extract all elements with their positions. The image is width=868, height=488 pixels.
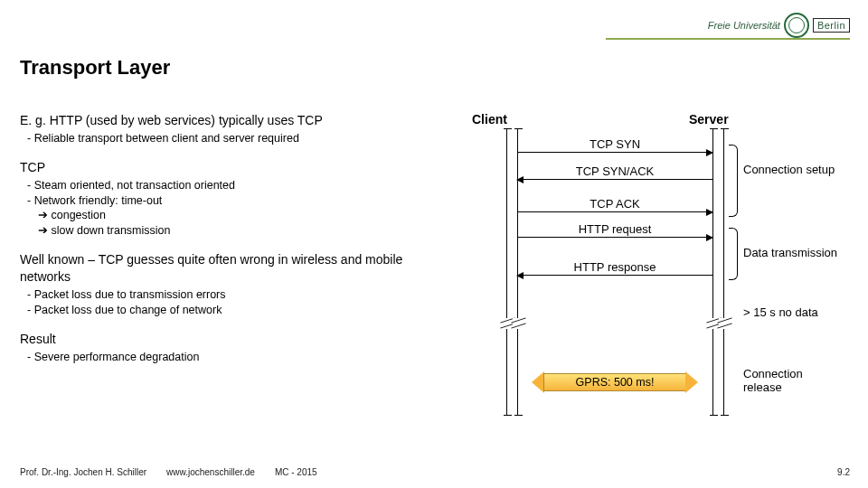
- gprs-latency-arrow: GPRS: 500 ms!: [532, 371, 698, 393]
- msg-label: HTTP response: [552, 260, 678, 274]
- section-tcp: TCP - Steam oriented, not transaction or…: [20, 159, 454, 239]
- slide-title: Transport Layer: [20, 56, 170, 80]
- slide-footer: Prof. Dr.-Ing. Jochen H. Schiller www.jo…: [20, 467, 850, 477]
- university-seal-icon: [784, 13, 809, 38]
- server-label: Server: [689, 112, 729, 127]
- section-head: TCP: [20, 159, 454, 176]
- bullet: - Severe performance degradation: [27, 350, 454, 365]
- university-name: Freie Universität: [708, 20, 780, 31]
- msg-label: TCP ACK: [552, 197, 678, 211]
- msg-synack: [517, 179, 712, 180]
- footer-page: 9.2: [837, 467, 850, 477]
- msg-label: TCP SYN: [552, 137, 678, 151]
- gprs-label: GPRS: 500 ms!: [543, 373, 686, 391]
- server-lifeline: [723, 128, 724, 416]
- bullet: - Packet loss due to change of network: [27, 303, 454, 318]
- brace-conn-setup: [729, 145, 738, 217]
- msg-ack: [517, 211, 712, 212]
- msg-http-response: [517, 275, 712, 276]
- footer-url: www.jochenschiller.de: [166, 467, 255, 477]
- bullet: - Reliable transport between client and …: [27, 131, 454, 146]
- section-head: E. g. HTTP (used by web services) typica…: [20, 112, 454, 129]
- bullet: - Steam oriented, not transaction orient…: [27, 178, 454, 193]
- section-http: E. g. HTTP (used by web services) typica…: [20, 112, 454, 146]
- brace-data-tx: [729, 228, 738, 280]
- university-city: Berlin: [813, 18, 850, 33]
- client-label: Client: [472, 112, 507, 127]
- university-logo: Freie Universität Berlin: [708, 13, 850, 38]
- footer-course: MC - 2015: [275, 467, 317, 477]
- annotation: Data transmission: [743, 246, 843, 259]
- bullet: - Packet loss due to transmission errors: [27, 287, 454, 303]
- arrow-left-icon: [532, 371, 544, 393]
- section-head: Result: [20, 331, 454, 348]
- slide-body: E. g. HTTP (used by web services) typica…: [20, 112, 454, 377]
- bullet: - Network friendly: time-out: [27, 193, 454, 209]
- time-gap-icon: [719, 318, 731, 329]
- annotation: Connection release: [743, 367, 843, 394]
- footer-author: Prof. Dr.-Ing. Jochen H. Schiller: [20, 467, 146, 477]
- msg-label: HTTP request: [552, 222, 678, 236]
- client-lifeline: [506, 128, 507, 416]
- msg-syn: [517, 152, 712, 153]
- annotation: Connection setup: [743, 163, 843, 176]
- section-wireless: Well known – TCP guesses quite often wro…: [20, 251, 454, 318]
- server-lifeline: [712, 128, 713, 416]
- bullet: slow down transmission: [38, 223, 454, 239]
- sequence-diagram: Client Server TCP SYN TCP SYN/ACK TCP AC…: [497, 112, 859, 419]
- time-gap-icon: [513, 318, 524, 329]
- msg-label: TCP SYN/ACK: [552, 164, 678, 178]
- arrow-right-icon: [685, 371, 698, 393]
- section-result: Result - Severe performance degradation: [20, 331, 454, 365]
- bullet: congestion: [38, 208, 454, 223]
- annotation: > 15 s no data: [743, 305, 843, 319]
- section-head: Well known – TCP guesses quite often wro…: [20, 251, 454, 286]
- msg-http-request: [517, 237, 712, 238]
- header-divider: [606, 38, 850, 40]
